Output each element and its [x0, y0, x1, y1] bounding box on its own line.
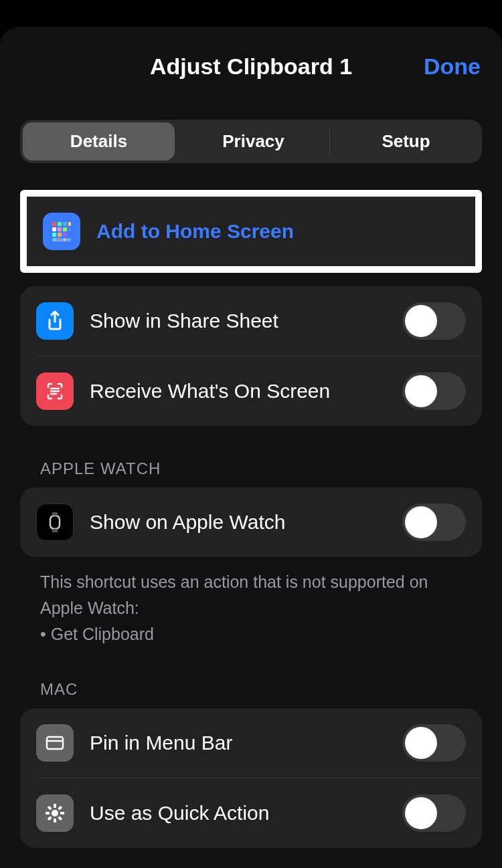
row-label-show-watch: Show on Apple Watch: [90, 511, 402, 534]
svg-rect-31: [48, 806, 52, 810]
svg-rect-12: [54, 239, 56, 241]
tab-privacy[interactable]: Privacy: [177, 120, 329, 163]
row-label-share-sheet: Show in Share Sheet: [90, 310, 402, 332]
row-label-quick-action: Use as Quick Action: [90, 802, 402, 825]
section-footer-apple-watch: This shortcut uses an action that is not…: [40, 569, 462, 647]
svg-rect-5: [58, 227, 62, 231]
menu-bar-icon: [36, 724, 74, 762]
row-add-to-home-screen[interactable]: Add to Home Screen: [27, 197, 475, 266]
segmented-control[interactable]: Details Privacy Setup: [20, 120, 482, 163]
sheet-header: Adjust Clipboard 1 Done: [0, 27, 502, 100]
tab-setup[interactable]: Setup: [330, 120, 482, 163]
svg-rect-10: [63, 233, 67, 237]
highlight-box: Add to Home Screen: [20, 190, 482, 273]
svg-rect-3: [68, 222, 71, 226]
row-label-pin-menu: Pin in Menu Bar: [90, 732, 402, 754]
svg-rect-0: [52, 222, 56, 226]
toggle-quick-action[interactable]: [402, 794, 466, 832]
svg-point-24: [52, 810, 58, 817]
svg-rect-13: [57, 239, 59, 241]
section-header-apple-watch: APPLE WATCH: [40, 459, 482, 478]
svg-rect-20: [52, 512, 58, 516]
svg-rect-8: [52, 233, 56, 237]
share-icon: [36, 302, 74, 340]
row-label-receive-screen: Receive What's On Screen: [90, 380, 402, 403]
svg-rect-7: [68, 227, 71, 231]
screen-capture-icon: [36, 372, 74, 410]
toggle-receive-screen[interactable]: [402, 372, 466, 410]
row-receive-on-screen[interactable]: Receive What's On Screen: [36, 356, 482, 426]
group-mac: Pin in Menu Bar: [20, 708, 482, 848]
row-show-on-apple-watch[interactable]: Show on Apple Watch: [20, 487, 482, 557]
svg-rect-28: [60, 812, 64, 815]
toggle-pin-menu[interactable]: [402, 724, 466, 762]
svg-rect-27: [46, 812, 50, 815]
svg-rect-21: [52, 529, 58, 532]
toggle-share-sheet[interactable]: [402, 302, 466, 340]
done-button[interactable]: Done: [424, 53, 481, 80]
group-apple-watch: Show on Apple Watch: [20, 487, 482, 557]
svg-rect-1: [58, 222, 62, 226]
group-share: Show in Share Sheet Receive What's On Sc…: [20, 286, 482, 426]
row-share-sheet[interactable]: Show in Share Sheet: [20, 286, 482, 356]
svg-rect-9: [58, 233, 62, 237]
row-label-add-home: Add to Home Screen: [96, 220, 459, 243]
svg-rect-25: [54, 804, 56, 808]
settings-sheet: Adjust Clipboard 1 Done Details Privacy …: [0, 27, 502, 868]
svg-rect-22: [47, 737, 63, 749]
svg-rect-14: [60, 239, 62, 241]
svg-rect-32: [58, 816, 62, 821]
row-quick-action[interactable]: Use as Quick Action: [36, 778, 482, 848]
sheet-title: Adjust Clipboard 1: [150, 53, 352, 80]
apple-watch-icon: [36, 504, 74, 541]
svg-rect-4: [52, 227, 56, 231]
row-pin-menu-bar[interactable]: Pin in Menu Bar: [20, 708, 482, 778]
svg-rect-6: [63, 227, 67, 231]
svg-rect-2: [63, 222, 67, 226]
tab-details[interactable]: Details: [23, 122, 175, 160]
svg-rect-26: [54, 819, 56, 823]
svg-rect-15: [64, 239, 66, 241]
gear-icon: [36, 794, 74, 832]
svg-rect-30: [48, 816, 52, 821]
toggle-show-watch[interactable]: [402, 504, 466, 541]
svg-rect-29: [58, 806, 62, 810]
section-header-mac: MAC: [40, 680, 482, 699]
svg-rect-19: [50, 516, 60, 529]
home-screen-apps-icon: [43, 213, 80, 250]
